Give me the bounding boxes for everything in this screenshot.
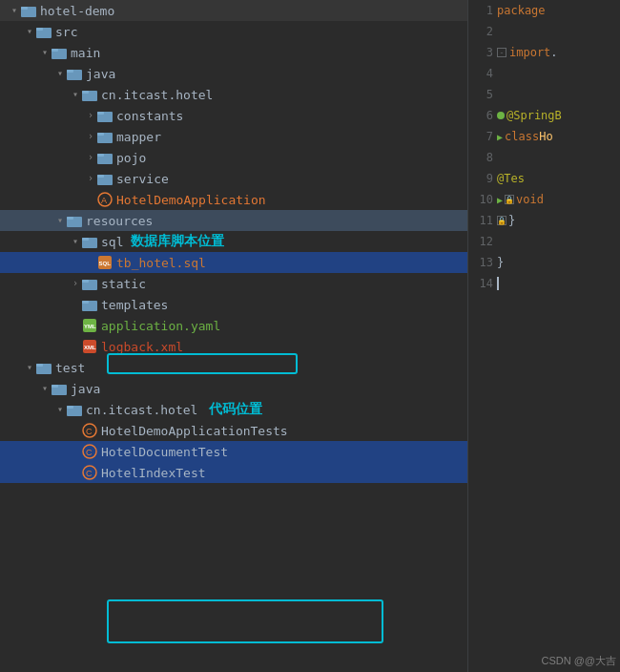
code-line-2: 2: [468, 21, 620, 42]
folder-icon-mapper: [97, 129, 113, 144]
fold-marker-3[interactable]: -: [497, 48, 506, 57]
line-num-4: 4: [470, 67, 497, 80]
code-line-1: 1 package: [468, 0, 620, 21]
code-line-9: 9 @Tes: [468, 168, 620, 189]
svg-rect-17: [97, 175, 104, 178]
arrow-pojo: [84, 151, 97, 164]
arrow-mapper: [84, 130, 97, 143]
svg-text:C: C: [86, 427, 93, 436]
arrow-cn-itcast: [69, 88, 82, 101]
tree-item-test-java[interactable]: java: [0, 378, 467, 399]
label-cn-itcast-hotel: cn.itcast.hotel: [101, 88, 213, 102]
code-line-7: 7 ▶ class Ho: [468, 126, 620, 147]
folder-icon-main: [52, 45, 67, 60]
test-icon-hotel-doc-test: C: [82, 444, 97, 459]
code-line-12: 12: [468, 231, 620, 252]
arrow-test-cn-itcast: [53, 403, 67, 416]
label-main: main: [71, 46, 100, 60]
tree-item-test[interactable]: test: [0, 357, 467, 378]
tree-item-java[interactable]: java: [0, 63, 467, 84]
code-text-3: import: [509, 46, 550, 59]
label-resources: resources: [86, 214, 153, 228]
tree-item-pojo[interactable]: pojo: [0, 147, 467, 168]
label-test-java: java: [71, 382, 100, 396]
svg-text:SQL: SQL: [99, 261, 112, 266]
svg-text:C: C: [86, 448, 93, 457]
svg-rect-11: [97, 112, 104, 115]
line-num-9: 9: [470, 172, 497, 185]
tree-item-service[interactable]: service: [0, 168, 467, 189]
code-line-8: 8: [468, 147, 620, 168]
label-hotel-demo-app: HotelDemoApplication: [116, 193, 266, 207]
tree-item-templates[interactable]: templates: [0, 294, 467, 315]
folder-icon-src: [36, 24, 52, 39]
green-marker-6: [497, 112, 505, 119]
folder-icon-resources: [67, 213, 82, 228]
arrow-service: [84, 172, 97, 185]
tree-item-test-cn-itcast[interactable]: cn.itcast.hotel 代码位置: [0, 399, 467, 420]
xml-icon: XML: [82, 339, 97, 354]
test-icon-hotel-demo-tests: C: [82, 423, 97, 438]
label-hotel-index-test: HotelIndexTest: [101, 466, 206, 480]
svg-rect-39: [67, 406, 73, 409]
code-text-11: }: [508, 214, 515, 227]
code-text-7a: class: [505, 130, 539, 143]
label-hotel-document-test: HotelDocumentTest: [101, 445, 228, 459]
svg-rect-37: [52, 385, 58, 388]
label-tb-hotel-sql: tb_hotel.sql: [116, 256, 206, 270]
line-num-1: 1: [470, 4, 497, 17]
line-num-6: 6: [470, 109, 497, 122]
folder-icon-java: [67, 66, 82, 81]
play-marker-7[interactable]: ▶: [497, 132, 503, 142]
tree-item-cn-itcast-hotel[interactable]: cn.itcast.hotel: [0, 84, 467, 105]
tree-item-logback-xml[interactable]: XML logback.xml: [0, 336, 467, 357]
line-num-12: 12: [470, 235, 497, 248]
yaml-icon: YML: [82, 318, 97, 333]
label-test: test: [55, 361, 85, 375]
tree-item-static[interactable]: static: [0, 273, 467, 294]
tree-item-resources[interactable]: resources: [0, 210, 467, 231]
svg-rect-1: [21, 7, 28, 10]
code-text-6: @SpringB: [506, 109, 562, 122]
folder-icon-cn-itcast: [82, 87, 97, 102]
tree-item-hotel-index-test[interactable]: C HotelIndexTest: [0, 462, 467, 483]
label-templates: templates: [101, 298, 168, 312]
tree-item-sql-folder[interactable]: sql 数据库脚本位置: [0, 231, 467, 252]
folder-icon-constants: [97, 108, 113, 123]
folder-icon-templates: [82, 297, 97, 312]
tree-item-hotel-demo-app[interactable]: A HotelDemoApplication: [0, 189, 467, 210]
line-num-10: 10: [470, 193, 497, 206]
arrow-main: [38, 46, 52, 59]
line-num-3: 3: [470, 46, 497, 59]
play-marker-10[interactable]: ▶: [497, 195, 503, 205]
arrow-test-java: [38, 382, 52, 395]
test-highlight-box: [107, 599, 383, 643]
arrow-static: [69, 277, 82, 290]
tree-item-main[interactable]: main: [0, 42, 467, 63]
code-line-3: 3 - import .: [468, 42, 620, 63]
tree-item-constants[interactable]: constants: [0, 105, 467, 126]
tree-item-hotel-document-test[interactable]: C HotelDocumentTest: [0, 441, 467, 462]
code-text-10: void: [516, 193, 544, 206]
code-line-10: 10 ▶ 🔒 void: [468, 189, 620, 210]
tree-item-tb-hotel-sql[interactable]: SQL tb_hotel.sql: [0, 252, 467, 273]
svg-rect-5: [52, 49, 58, 52]
folder-icon-hotel-demo: [21, 3, 36, 18]
svg-rect-13: [97, 133, 104, 136]
tree-item-src[interactable]: src: [0, 21, 467, 42]
arrow-java: [53, 67, 67, 80]
test-icon-hotel-idx-test: C: [82, 465, 97, 480]
folder-icon-test-java: [52, 381, 67, 396]
svg-text:A: A: [101, 196, 107, 205]
svg-rect-7: [67, 70, 73, 73]
arrow-sql: [69, 235, 82, 248]
svg-rect-21: [67, 217, 73, 220]
code-line-6: 6 @SpringB: [468, 105, 620, 126]
tree-item-application-yaml[interactable]: YML application.yaml: [0, 315, 467, 336]
annotation-code: 代码位置: [209, 401, 262, 418]
tree-item-hotel-demo-app-tests[interactable]: C HotelDemoApplicationTests: [0, 420, 467, 441]
label-static: static: [101, 277, 146, 291]
arrow-constants: [84, 109, 97, 122]
tree-item-hotel-demo[interactable]: hotel-demo: [0, 0, 467, 21]
tree-item-mapper[interactable]: mapper: [0, 126, 467, 147]
